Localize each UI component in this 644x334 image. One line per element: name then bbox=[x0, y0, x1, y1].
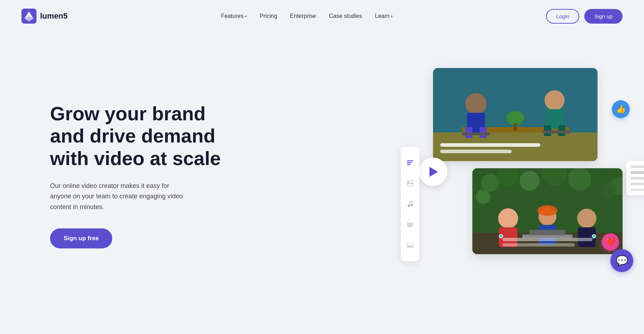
svg-rect-10 bbox=[462, 132, 490, 135]
panel-bar-4 bbox=[630, 183, 644, 185]
svg-point-36 bbox=[476, 190, 490, 204]
logo-icon bbox=[21, 9, 36, 24]
caption-tool-icon[interactable] bbox=[406, 241, 414, 249]
play-triangle-icon bbox=[429, 167, 438, 177]
video-scene bbox=[472, 168, 623, 254]
features-caret: ▾ bbox=[245, 14, 247, 18]
chat-icon: 💬 bbox=[616, 255, 628, 267]
svg-rect-47 bbox=[530, 230, 565, 235]
panel-bar-1 bbox=[630, 165, 644, 168]
image-icon-svg bbox=[407, 180, 413, 186]
nav-learn[interactable]: Learn ▾ bbox=[375, 13, 393, 19]
video-editor-card: + bbox=[422, 168, 623, 276]
hero-visuals: 👍 bbox=[401, 68, 623, 283]
svg-rect-51 bbox=[503, 243, 574, 246]
video-side-panel: + bbox=[626, 161, 644, 195]
nav-actions: Login Sign up bbox=[546, 9, 623, 24]
nav-pricing[interactable]: Pricing bbox=[260, 13, 277, 19]
thumbs-up-icon: 👍 bbox=[616, 105, 626, 114]
panel-bar-3 bbox=[630, 177, 644, 180]
music-tool-icon[interactable] bbox=[406, 200, 414, 208]
play-button[interactable] bbox=[419, 158, 447, 186]
svg-rect-20 bbox=[407, 164, 411, 165]
hero-section: Grow your brand and drive demand with vi… bbox=[0, 32, 644, 326]
svg-point-11 bbox=[545, 90, 565, 110]
hero-cta-button[interactable]: Sign up free bbox=[50, 228, 112, 248]
panel-bar-5 bbox=[630, 188, 644, 191]
nav-enterprise[interactable]: Enterprise bbox=[290, 13, 316, 19]
svg-point-24 bbox=[411, 204, 413, 206]
like-badge: 👍 bbox=[612, 100, 630, 118]
svg-rect-15 bbox=[542, 131, 571, 134]
svg-rect-19 bbox=[407, 162, 412, 163]
interview-card bbox=[433, 68, 598, 161]
video-preview: ❤️ bbox=[472, 168, 623, 254]
svg-rect-5 bbox=[513, 124, 517, 131]
svg-rect-27 bbox=[408, 246, 410, 247]
login-button[interactable]: Login bbox=[546, 9, 579, 24]
logo-text: lumen5 bbox=[40, 11, 68, 21]
hero-text-area: Grow your brand and drive demand with vi… bbox=[50, 102, 222, 248]
hero-description: Our online video creator makes it easy f… bbox=[50, 181, 186, 213]
nav-links: Features ▾ Pricing Enterprise Case studi… bbox=[221, 13, 393, 19]
photo-scene bbox=[433, 68, 598, 161]
svg-rect-18 bbox=[407, 160, 413, 161]
panel-bar-2 bbox=[630, 171, 644, 174]
svg-point-37 bbox=[600, 182, 616, 198]
svg-point-31 bbox=[520, 171, 540, 191]
editor-sidebar bbox=[401, 147, 419, 261]
svg-rect-16 bbox=[440, 143, 540, 147]
text-icon-svg bbox=[407, 160, 413, 165]
layers-icon-svg bbox=[407, 222, 413, 228]
svg-point-33 bbox=[568, 168, 591, 190]
signup-button[interactable]: Sign up bbox=[584, 9, 623, 24]
caption-icon-svg bbox=[407, 243, 413, 248]
scene-svg bbox=[433, 68, 598, 161]
svg-rect-17 bbox=[440, 150, 512, 153]
text-tool-icon[interactable] bbox=[406, 159, 414, 167]
svg-point-6 bbox=[465, 93, 487, 115]
nav-case-studies[interactable]: Case studies bbox=[329, 13, 362, 19]
svg-point-39 bbox=[498, 208, 518, 228]
svg-point-49 bbox=[592, 234, 596, 238]
svg-point-42 bbox=[537, 205, 557, 216]
svg-point-4 bbox=[506, 111, 524, 125]
svg-point-48 bbox=[499, 234, 503, 238]
image-tool-icon[interactable] bbox=[406, 179, 414, 187]
navigation: lumen5 Features ▾ Pricing Enterprise Cas… bbox=[0, 0, 644, 32]
chat-support-button[interactable]: 💬 bbox=[610, 249, 633, 272]
logo[interactable]: lumen5 bbox=[21, 9, 68, 24]
svg-point-23 bbox=[408, 205, 410, 207]
svg-point-29 bbox=[481, 174, 499, 192]
heart-icon: ❤️ bbox=[606, 237, 615, 247]
learn-caret: ▾ bbox=[391, 14, 393, 18]
svg-point-44 bbox=[577, 209, 596, 228]
heart-badge: ❤️ bbox=[602, 233, 619, 251]
video-scene-svg bbox=[472, 168, 623, 254]
nav-features[interactable]: Features ▾ bbox=[221, 13, 247, 19]
hero-title: Grow your brand and drive demand with vi… bbox=[50, 102, 222, 169]
svg-rect-50 bbox=[503, 238, 592, 241]
music-icon-svg bbox=[408, 201, 413, 207]
layers-tool-icon[interactable] bbox=[406, 221, 414, 229]
